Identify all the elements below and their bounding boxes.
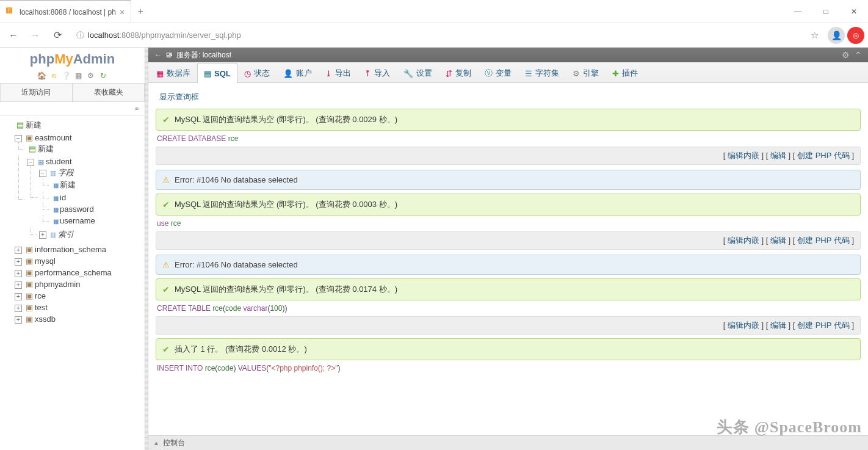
logout-icon[interactable]: ⎋ [49, 71, 59, 81]
expand-icon[interactable]: + [15, 247, 22, 254]
tree-db-phpmyadmin[interactable]: +▣phpmyadmin [13, 278, 145, 290]
edit-inline-link[interactable]: 编辑内嵌 [728, 236, 759, 245]
favorites-tab[interactable]: 表收藏夹 [73, 83, 145, 101]
tab-variables[interactable]: ⓥ变量 [478, 63, 518, 83]
success-text: 插入了 1 行。 (查询花费 0.0012 秒。) [175, 344, 307, 355]
home-icon[interactable]: 🏠 [37, 71, 47, 81]
database-icon: ▣ [26, 133, 33, 142]
tab-account[interactable]: 👤账户 [277, 63, 319, 83]
tab-export[interactable]: ⤓导出 [319, 63, 358, 83]
tab-charset[interactable]: ☰字符集 [518, 63, 566, 83]
browser-tab[interactable]: 🅿 localhost:8088 / localhost | ph × [0, 0, 131, 23]
bookmark-star-icon[interactable]: ☆ [811, 30, 819, 41]
collapse-icon[interactable]: − [39, 170, 46, 177]
new-db-icon: ▤ [16, 120, 24, 129]
edit-inline-link[interactable]: 编辑内嵌 [728, 321, 759, 330]
tree-new[interactable]: ▤新建 [13, 118, 145, 132]
column-icon: ▮▮ [53, 182, 58, 189]
collapse-icon[interactable]: − [15, 135, 22, 142]
expand-icon[interactable]: + [15, 305, 22, 312]
url-input[interactable]: ⓘ localhost:8088/phpmyadmin/server_sql.p… [70, 26, 825, 45]
edit-link[interactable]: 编辑 [770, 236, 786, 245]
forward-button[interactable]: → [26, 26, 45, 45]
tree-eastmount-new[interactable]: ▤新建 [26, 142, 145, 156]
profile-avatar[interactable]: 👤 [828, 27, 845, 44]
tree-student-index[interactable]: +▥索引 [38, 228, 145, 241]
tab-status[interactable]: ◷状态 [237, 63, 277, 83]
tree-col-password[interactable]: ▮▮password [50, 203, 145, 215]
tree-table-student[interactable]: −▦student −▥字段 ▮▮新建 ▮▮id ▮▮password ▮▮us… [26, 156, 145, 242]
tree-db-performance_schema[interactable]: +▣performance_schema [13, 267, 145, 278]
nav-back-icon[interactable]: ← [154, 51, 162, 59]
tab-replication[interactable]: ⇵复制 [439, 63, 478, 83]
window-maximize-button[interactable]: □ [812, 0, 840, 23]
tree-db-information_schema[interactable]: +▣information_schema [13, 244, 145, 255]
tree-db-test[interactable]: +▣test [13, 302, 145, 313]
edit-link[interactable]: 编辑 [770, 151, 786, 160]
show-query-box-link[interactable]: 显示查询框 [156, 88, 861, 109]
browser-titlebar: 🅿 localhost:8088 / localhost | ph × + — … [0, 0, 868, 23]
tree-db-eastmount[interactable]: −▣eastmount ▤新建 −▦student −▥字段 ▮▮新建 ▮▮id… [13, 132, 145, 244]
reload-button[interactable]: ⟳ [48, 26, 67, 45]
tab-engine[interactable]: ⚙引擎 [566, 63, 606, 83]
tree-db-rce[interactable]: +▣rce [13, 290, 145, 302]
result-actions: [ 编辑内嵌 ] [ 编辑 ] [ 创建 PHP 代码 ] [156, 231, 861, 250]
tree-col-new[interactable]: ▮▮新建 [50, 178, 145, 192]
success-message: ✔MySQL 返回的查询结果为空 (即零行)。 (查询花费 0.0029 秒。) [156, 109, 861, 131]
create-php-link[interactable]: 创建 PHP 代码 [797, 151, 850, 160]
tab-plugin[interactable]: ✚插件 [606, 63, 645, 83]
extension-icon[interactable]: ◎ [847, 27, 864, 44]
index-icon: ▥ [50, 231, 56, 238]
settings-gear-icon[interactable]: ⚙ [842, 50, 850, 60]
database-icon: ▣ [26, 314, 33, 324]
new-table-icon: ▤ [29, 144, 36, 153]
expand-icon[interactable]: + [15, 270, 22, 277]
tree-col-username[interactable]: ▮▮username [50, 215, 145, 227]
tab-close-icon[interactable]: × [120, 7, 125, 17]
create-php-link[interactable]: 创建 PHP 代码 [797, 321, 850, 330]
database-icon: ▣ [26, 245, 33, 254]
link-icon[interactable]: ⚭ [134, 104, 140, 113]
tree-db-mysql[interactable]: +▣mysql [13, 255, 145, 267]
window-minimize-button[interactable]: — [784, 0, 812, 23]
tree-student-fields[interactable]: −▥字段 ▮▮新建 ▮▮id ▮▮password ▮▮username [38, 166, 145, 228]
edit-link[interactable]: 编辑 [770, 321, 786, 330]
success-text: MySQL 返回的查询结果为空 (即零行)。 (查询花费 0.0174 秒。) [175, 284, 397, 295]
site-info-icon[interactable]: ⓘ [76, 30, 84, 41]
tree-col-id[interactable]: ▮▮id [50, 192, 145, 203]
create-php-link[interactable]: 创建 PHP 代码 [797, 236, 850, 245]
reload-icon[interactable]: ↻ [98, 71, 108, 81]
console-bar[interactable]: ▲ 控制台 [148, 435, 868, 450]
database-tree: ▤新建 −▣eastmount ▤新建 −▦student −▥字段 ▮▮新建 … [0, 116, 145, 450]
tree-db-xssdb[interactable]: +▣xssdb [13, 313, 145, 325]
collapse-icon[interactable]: − [27, 159, 34, 166]
recent-tab[interactable]: 近期访问 [0, 83, 73, 101]
expand-icon[interactable]: + [15, 316, 22, 324]
url-port: :8088 [119, 31, 139, 40]
tab-settings[interactable]: 🔧设置 [397, 63, 439, 83]
tab-import[interactable]: ⤒导入 [358, 63, 397, 83]
pma-logo[interactable]: phpMyAdmin [0, 48, 145, 68]
docs-icon[interactable]: ❔ [62, 71, 71, 81]
success-text: MySQL 返回的查询结果为空 (即零行)。 (查询花费 0.0029 秒。) [175, 114, 397, 125]
result-actions: [ 编辑内嵌 ] [ 编辑 ] [ 创建 PHP 代码 ] [156, 316, 861, 335]
sql-icon[interactable]: ▦ [74, 71, 84, 81]
check-icon: ✔ [162, 200, 170, 209]
window-close-button[interactable]: ✕ [840, 0, 868, 23]
tab-sql[interactable]: ▤SQL [197, 63, 237, 83]
console-expand-icon[interactable]: ▲ [153, 440, 159, 446]
gear-icon[interactable]: ⚙ [86, 71, 96, 81]
expand-icon[interactable]: + [15, 293, 22, 300]
new-tab-button[interactable]: + [131, 0, 150, 23]
back-button[interactable]: ← [4, 26, 23, 45]
expand-icon[interactable]: + [15, 258, 22, 266]
warning-icon: ⚠ [162, 175, 170, 184]
database-icon: ▣ [26, 280, 33, 289]
expand-icon[interactable]: + [39, 231, 46, 239]
sql-statement: use rce [156, 216, 861, 231]
collapse-up-icon[interactable]: ⌃ [855, 50, 862, 60]
expand-icon[interactable]: + [15, 281, 22, 289]
tab-database[interactable]: ▦数据库 [150, 63, 197, 83]
main-panel: ← 🖳 服务器: localhost ⚙ ⌃ ▦数据库 ▤SQL ◷状态 👤账户… [148, 48, 868, 450]
edit-inline-link[interactable]: 编辑内嵌 [728, 151, 759, 160]
